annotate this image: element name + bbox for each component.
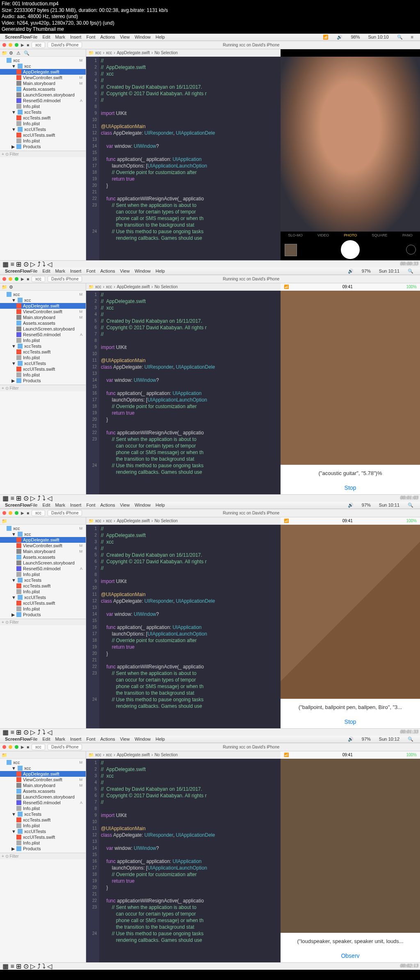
stop-button[interactable]: Stop: [281, 481, 420, 494]
ml-prediction-label: ("loudspeaker, speaker, speaker unit, lo…: [281, 933, 420, 949]
shutter-button[interactable]: [341, 240, 360, 259]
observe-button[interactable]: Observ: [281, 949, 420, 962]
thumbnail-frame-2: ScreenFlowFileEditMarkInsertFontActionsV…: [0, 268, 420, 502]
iphone-ml-app: 📶09:41100% ("acoustic guitar", "5.78")% …: [281, 283, 420, 494]
camera-modes[interactable]: SLO-MOVIDEOPHOTOSQUAREPANO: [281, 232, 420, 239]
scheme-selector[interactable]: xcc: [32, 42, 45, 48]
close-button[interactable]: [2, 43, 6, 47]
xcode-toolbar: ▶■ xcc David's iPhone Running xcc on Dav…: [0, 41, 420, 49]
last-photo-thumb[interactable]: [285, 244, 297, 256]
stop-button[interactable]: Stop: [281, 715, 420, 728]
camera-swap-icon[interactable]: [406, 245, 416, 255]
stop-button[interactable]: ■: [27, 43, 29, 47]
code-editor[interactable]: 📁xcc›xcc›AppDelegate.swift›No Selection …: [86, 49, 281, 260]
camera-viewfinder: [281, 57, 420, 232]
ml-prediction-label: ("ballpoint, ballpoint pen, ballpen, Bir…: [281, 699, 420, 715]
jump-bar[interactable]: 📁xcc›xcc›AppDelegate.swift›No Selection: [86, 49, 281, 57]
iphone-camera: ⚡HDR⊙◐ SLO-MOVIDEOPHOTOSQUAREPANO: [281, 49, 420, 260]
ml-prediction-label: ("acoustic guitar", "5.78")%: [281, 465, 420, 481]
device-selector[interactable]: David's iPhone: [48, 42, 82, 48]
ml-camera-view-pen: [281, 525, 420, 699]
video-metadata: File: 001 Introduction.mp4 Size: 2233306…: [0, 0, 420, 34]
thumbnail-frame-1: ScreenFlow FileEditMarkInsertFontActions…: [0, 34, 420, 268]
source-code[interactable]: // // AppDelegate.swift // xcc // // Cre…: [99, 57, 281, 260]
zoom-button[interactable]: [15, 43, 18, 47]
ml-camera-view-sunglasses: [281, 759, 420, 933]
macos-menubar: ScreenFlow FileEditMarkInsertFontActions…: [0, 34, 420, 41]
project-root[interactable]: xccM: [0, 57, 86, 63]
activity-status: Running xcc on David's iPhone: [223, 43, 279, 47]
minimize-button[interactable]: [9, 43, 12, 47]
timestamp: 00:00:33: [400, 261, 418, 267]
ml-camera-view: [281, 291, 420, 465]
debug-bar: ▦ ≡ ⊞ ⊙ ▷ ⤴ ⤵ ◁: [0, 260, 420, 268]
thumbnail-frame-3: ScreenFlowFileEditMarkInsertFontActionsV…: [0, 502, 420, 736]
project-navigator: 📁⚙⚠🔍 xccM ▼xcc AppDelegate.swift ViewCon…: [0, 49, 86, 260]
run-button[interactable]: ▶: [21, 43, 24, 47]
thumbnail-frame-4: ScreenFlowFileEditMarkInsertFontActionsV…: [0, 736, 420, 970]
file-appdelegate[interactable]: AppDelegate.swift: [0, 69, 86, 75]
app-name[interactable]: ScreenFlow: [5, 34, 30, 39]
